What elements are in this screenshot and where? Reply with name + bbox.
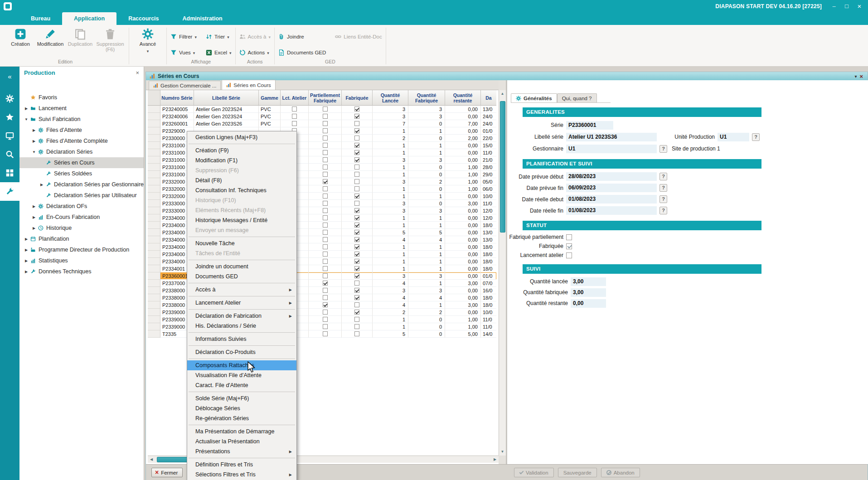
- menu-item-acces-a[interactable]: Accès à: [187, 285, 296, 295]
- fabriquee-checkbox[interactable]: [354, 223, 359, 228]
- menu-item-declaration-de-fabrication[interactable]: Déclaration de Fabrication: [187, 311, 296, 321]
- close-button[interactable]: [853, 2, 865, 11]
- partiellement-fabriquee-checkbox[interactable]: [323, 165, 328, 170]
- expand-arrow-icon[interactable]: [31, 226, 37, 230]
- menu-tab-administration[interactable]: Administration: [171, 12, 234, 25]
- fabriquee-checkbox[interactable]: [354, 310, 359, 315]
- column-header-partiellement-fabriquee[interactable]: Partiellement Fabriquée: [309, 90, 342, 106]
- expand-arrow-icon[interactable]: [23, 259, 29, 263]
- tree-item-series-soldees[interactable]: Séries Soldées: [19, 168, 144, 179]
- menu-item-declaration-co-produits[interactable]: Déclaration Co-Produits: [187, 347, 296, 357]
- window-menu-caret-icon[interactable]: [854, 74, 857, 79]
- fabriquee-checkbox[interactable]: [354, 317, 359, 322]
- menu-item-gestion-lignes-maj-f3[interactable]: Gestion Lignes (Maj+F3): [187, 132, 296, 142]
- libelle-serie-field[interactable]: Atelier U1 2023S36: [566, 133, 657, 141]
- tab-generalites[interactable]: Généralités: [511, 93, 557, 102]
- tree-item-planification[interactable]: Planification: [19, 233, 144, 244]
- window-close-icon[interactable]: [859, 73, 863, 80]
- fabriquee-checkbox[interactable]: [354, 266, 359, 271]
- menu-tab-application[interactable]: Application: [62, 12, 116, 25]
- lct-atelier-checkbox[interactable]: [292, 114, 297, 119]
- column-header-quantite-lancee[interactable]: Quantité Lancée: [373, 90, 408, 106]
- menu-item-caract-file-d-attente[interactable]: Caract. File d'Attente: [187, 380, 296, 390]
- menu-item-re-generation-series[interactable]: Re-génération Séries: [187, 413, 296, 423]
- fabriquee-checkbox[interactable]: [354, 295, 359, 300]
- menu-item-nouvelle-tache[interactable]: Nouvelle Tâche: [187, 238, 296, 248]
- menu-item-historique-messages-entite[interactable]: Historique Messages / Entité: [187, 215, 296, 225]
- partiellement-fabriquee-checkbox[interactable]: [323, 201, 328, 206]
- documents-ged-button[interactable]: Documents GED: [278, 49, 326, 56]
- expand-arrow-icon[interactable]: [31, 204, 37, 208]
- help-button[interactable]: [752, 133, 760, 141]
- sidebar-production-button[interactable]: [0, 182, 19, 201]
- expand-arrow-icon[interactable]: [23, 248, 29, 252]
- window-titlebar[interactable]: Séries en Cours: [146, 72, 868, 80]
- expand-arrow-icon[interactable]: [23, 107, 29, 111]
- lancement-atelier-checkbox[interactable]: [566, 252, 572, 258]
- menu-item-modification-f1[interactable]: Modification (F1): [187, 155, 296, 165]
- menu-item-detail-f8[interactable]: Détail (F8): [187, 175, 296, 185]
- menu-item-informations-suivies[interactable]: Informations Suivies: [187, 334, 296, 344]
- vues-button[interactable]: Vues: [170, 49, 197, 56]
- partiellement-fabriquee-checkbox[interactable]: [323, 230, 328, 235]
- date-reelle-debut-field[interactable]: 01/08/2023: [566, 195, 657, 204]
- fabriquee-checkbox[interactable]: [354, 230, 359, 235]
- partiellement-fabriquee-checkbox[interactable]: [323, 288, 328, 293]
- partiellement-fabriquee-checkbox[interactable]: [323, 324, 328, 329]
- trier-button[interactable]: Trier: [206, 34, 232, 40]
- menu-item-ma-presentation-de-demarrage[interactable]: Ma Présentation de Démarrage: [187, 427, 296, 436]
- fabriquee-checkbox[interactable]: [354, 281, 359, 286]
- modification-button[interactable]: Modification: [35, 26, 65, 47]
- column-header-gamme[interactable]: Gamme: [259, 90, 281, 106]
- actions-button[interactable]: Actions: [239, 49, 271, 56]
- menu-item-his-declarations-serie[interactable]: His. Déclarations / Série: [187, 321, 296, 331]
- partiellement-fabriquee-checkbox[interactable]: [323, 208, 328, 213]
- expand-arrow-icon[interactable]: [23, 237, 29, 241]
- fabriquee-checkbox[interactable]: [354, 208, 359, 213]
- fabriquee-checkbox[interactable]: [354, 136, 359, 141]
- tab-qui-quand[interactable]: Qui, quand ?: [557, 93, 597, 102]
- menu-item-solde-serie-maj-f6[interactable]: Solde Série (Maj+F6): [187, 393, 296, 403]
- tree-item-declaration-ofs[interactable]: Déclaration OFs: [19, 201, 144, 212]
- fabriquee-checkbox[interactable]: [354, 237, 359, 242]
- date-prevue-debut-field[interactable]: 28/08/2023: [566, 172, 657, 181]
- partiellement-fabriquee-checkbox[interactable]: [323, 302, 328, 307]
- fabriquee-checkbox[interactable]: [354, 273, 359, 278]
- table-row[interactable]: P23240005Atelier Gen 2023S24PVC330,0013/…: [148, 106, 496, 113]
- tree-item-en-cours-fabrication[interactable]: En-Cours Fabrication: [19, 212, 144, 223]
- partiellement-fabriquee-checkbox[interactable]: [323, 194, 328, 199]
- excel-button[interactable]: Excel: [206, 49, 232, 56]
- sidebar-search-button[interactable]: [0, 145, 19, 164]
- help-button[interactable]: [659, 173, 667, 180]
- column-header-lct-atelier[interactable]: Lct. Atelier: [281, 90, 309, 106]
- column-header-quantite-restante[interactable]: Quantité restante: [445, 90, 481, 106]
- fabriquee-checkbox[interactable]: [354, 302, 359, 307]
- help-button[interactable]: [659, 195, 667, 203]
- sidebar-settings-button[interactable]: [0, 89, 19, 108]
- expand-arrow-icon[interactable]: [31, 139, 37, 143]
- scroll-down-icon[interactable]: ▼: [499, 448, 506, 456]
- collapse-sidebar-icon[interactable]: [8, 72, 11, 82]
- unite-production-field[interactable]: U1: [718, 133, 749, 141]
- table-row[interactable]: P23240006Atelier Gen 2023S24PVC330,0024/…: [148, 113, 496, 120]
- vertical-scrollbar[interactable]: ▲ ▼: [499, 90, 506, 456]
- fabriquee-checkbox[interactable]: [354, 331, 359, 336]
- partiellement-fabriquee-checkbox[interactable]: [323, 244, 328, 249]
- column-header-row-selector[interactable]: [148, 90, 160, 106]
- partiellement-fabriquee-checkbox[interactable]: [323, 310, 328, 315]
- fabriquee-checkbox[interactable]: [354, 114, 359, 119]
- partiellement-fabriquee-checkbox[interactable]: [323, 143, 328, 148]
- scroll-right-icon[interactable]: ▶: [491, 456, 499, 463]
- scroll-left-icon[interactable]: ◀: [148, 456, 155, 463]
- quantite-fabriquee-field[interactable]: 3,00: [571, 288, 606, 297]
- filtrer-button[interactable]: Filtrer: [170, 34, 197, 40]
- expand-arrow-icon[interactable]: [39, 183, 45, 187]
- fabriquee-checkbox[interactable]: [354, 244, 359, 249]
- menu-item-lancement-atelier[interactable]: Lancement Atelier: [187, 298, 296, 308]
- fabriquee-checkbox[interactable]: [354, 179, 359, 184]
- collapse-arrow-icon[interactable]: [31, 150, 37, 154]
- fabriquee-checkbox[interactable]: [354, 186, 359, 191]
- fabriquee-checkbox[interactable]: [354, 157, 359, 162]
- validation-button[interactable]: Validation: [514, 468, 554, 477]
- fabriquee-checkbox[interactable]: [354, 252, 359, 257]
